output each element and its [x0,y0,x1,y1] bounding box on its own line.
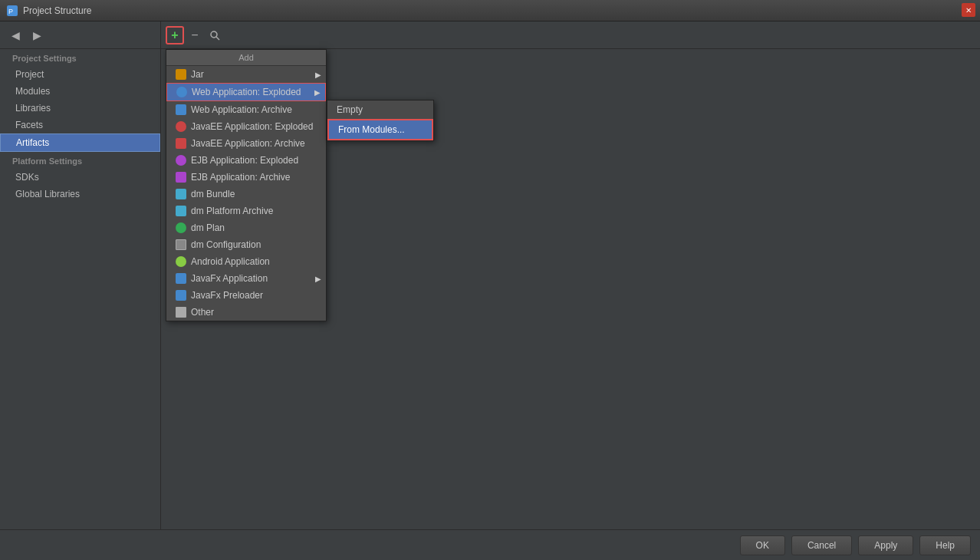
svg-point-2 [211,31,217,38]
help-button[interactable]: Help [919,535,971,555]
jee-archive-label: JavaEE Application: Archive [191,138,305,149]
submenu-item-from-modules[interactable]: From Modules... [327,119,433,140]
menu-item-jee-exploded[interactable]: JavaEE Application: Exploded [166,118,326,135]
javafx-app-icon [176,273,186,284]
menu-item-web-exploded[interactable]: Web Application: Exploded ▶ [166,83,326,101]
apply-button[interactable]: Apply [858,535,913,555]
cancel-button[interactable]: Cancel [791,535,852,555]
menu-item-dm-bundle[interactable]: dm Bundle [166,186,326,203]
menu-item-web-archive[interactable]: Web Application: Archive [166,101,326,118]
web-archive-icon [176,104,186,115]
platform-settings-section: Platform Settings [0,152,160,169]
jee-exploded-label: JavaEE Application: Exploded [191,121,313,132]
sidebar-item-modules[interactable]: Modules [0,83,160,100]
dm-platform-icon [176,206,186,216]
javafx-arrow: ▶ [315,275,321,283]
other-icon [176,307,186,318]
dm-plan-label: dm Plan [191,222,225,233]
sidebar-item-global-libraries[interactable]: Global Libraries [0,186,160,203]
dm-platform-label: dm Platform Archive [191,206,273,216]
project-settings-section: Project Settings [0,49,160,66]
menu-item-dm-config[interactable]: dm Configuration [166,236,326,253]
menu-item-javafx-app[interactable]: JavaFx Application ▶ [166,270,326,287]
add-menu: Add Jar ▶ Web Application: Exploded ▶ [166,49,327,321]
close-button[interactable]: ✕ [962,3,975,17]
back-button[interactable]: ◀ [6,26,25,44]
forward-button[interactable]: ▶ [28,26,46,44]
window-icon: P [6,5,18,17]
bottom-bar: OK Cancel Apply Help [0,529,980,560]
ejb-archive-label: EJB Application: Archive [191,172,290,183]
javafx-pre-icon [176,290,186,301]
add-button[interactable]: + [166,26,184,44]
menu-item-ejb-exploded[interactable]: EJB Application: Exploded [166,152,326,169]
ok-button[interactable]: OK [740,535,785,555]
web-exploded-submenu: Empty From Modules... [327,100,434,141]
sidebar: ◀ ▶ Project Settings Project Modules Lib… [0,21,161,529]
content-area: + − Add Jar ▶ [161,21,980,529]
android-icon [176,256,186,267]
submenu-item-empty[interactable]: Empty [327,100,433,119]
sidebar-item-project[interactable]: Project [0,66,160,83]
web-archive-label: Web Application: Archive [191,104,292,115]
title-bar: P Project Structure ✕ [0,0,980,21]
javafx-app-label: JavaFx Application [191,273,268,284]
dm-bundle-icon [176,189,186,199]
menu-item-android[interactable]: Android Application [166,253,326,270]
menu-item-jee-archive[interactable]: JavaEE Application: Archive [166,135,326,152]
add-menu-header: Add [166,50,326,66]
sidebar-item-sdks[interactable]: SDKs [0,169,160,186]
dm-bundle-label: dm Bundle [191,189,235,199]
javafx-pre-label: JavaFx Preloader [191,290,263,301]
dm-plan-icon [176,222,186,233]
android-label: Android Application [191,256,270,267]
other-label: Other [191,307,214,318]
content-toolbar: + − [161,21,980,49]
window-title: Project Structure [23,5,91,16]
menu-item-javafx-pre[interactable]: JavaFx Preloader [166,287,326,304]
jar-arrow: ▶ [315,71,321,79]
jar-label: Jar [191,69,204,80]
svg-text:P: P [8,8,13,15]
menu-item-ejb-archive[interactable]: EJB Application: Archive [166,169,326,186]
jee-exploded-icon [176,121,186,132]
sidebar-item-artifacts[interactable]: Artifacts [0,133,160,152]
dm-config-label: dm Configuration [191,239,261,250]
web-exploded-label: Web Application: Exploded [192,87,301,97]
svg-line-3 [216,37,219,40]
dm-config-icon [176,239,186,250]
remove-button[interactable]: − [186,26,204,44]
ejb-archive-icon [176,172,186,183]
sidebar-item-libraries[interactable]: Libraries [0,100,160,117]
search-button[interactable] [206,26,224,44]
menu-item-other[interactable]: Other [166,304,326,321]
sidebar-item-facets[interactable]: Facets [0,117,160,133]
menu-item-dm-plan[interactable]: dm Plan [166,219,326,236]
ejb-exploded-label: EJB Application: Exploded [191,155,298,166]
jar-icon [176,69,186,80]
jee-archive-icon [176,138,186,149]
add-dropdown: Add Jar ▶ Web Application: Exploded ▶ [166,49,327,321]
web-exploded-icon [176,87,187,97]
menu-item-dm-platform[interactable]: dm Platform Archive [166,203,326,219]
ejb-exploded-icon [176,155,186,166]
sidebar-toolbar: ◀ ▶ [0,21,160,49]
web-exploded-arrow: ▶ [314,88,321,97]
menu-item-jar[interactable]: Jar ▶ [166,66,326,83]
